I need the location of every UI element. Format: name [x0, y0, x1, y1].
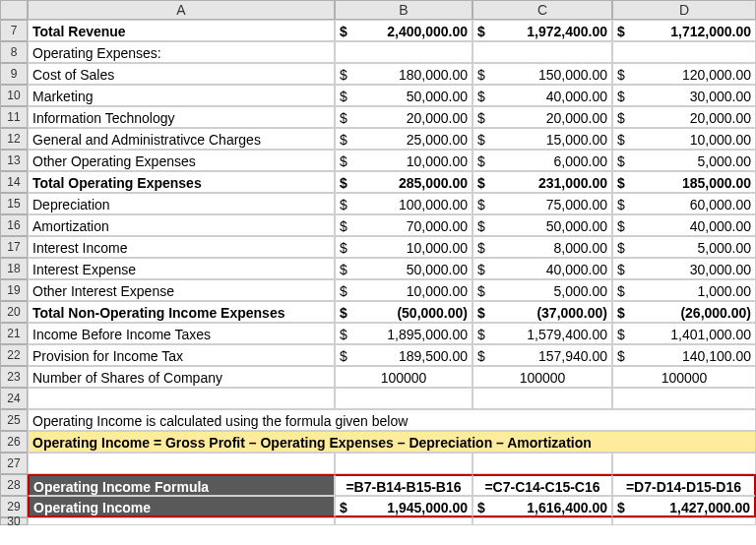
cell-C8[interactable] [472, 41, 612, 63]
cell-blank-24-0[interactable] [28, 388, 335, 409]
cell-A7[interactable]: Total Revenue [28, 20, 335, 41]
cell-A17[interactable]: Interest Income [28, 236, 335, 258]
cell-C19[interactable]: $5,000.00 [472, 279, 612, 301]
cell-C9[interactable]: $150,000.00 [472, 63, 612, 85]
row-header-18[interactable]: 18 [0, 258, 28, 279]
cell-blank-27-1[interactable] [335, 453, 472, 474]
cell-C13[interactable]: $6,000.00 [472, 150, 612, 171]
cell-A13[interactable]: Other Operating Expenses [28, 150, 335, 171]
cell-D8[interactable] [612, 41, 756, 63]
cell-D21[interactable]: $1,401,000.00 [612, 323, 756, 344]
cell-A21[interactable]: Income Before Income Taxes [28, 323, 335, 344]
cell-blank-24-2[interactable] [472, 388, 612, 409]
cell-D13[interactable]: $5,000.00 [612, 150, 756, 171]
cell-D12[interactable]: $10,000.00 [612, 128, 756, 150]
cell-C7[interactable]: $1,972,400.00 [472, 20, 612, 41]
row-header-12[interactable]: 12 [0, 128, 28, 150]
row-header-11[interactable]: 11 [0, 106, 28, 128]
row-header-14[interactable]: 14 [0, 171, 28, 193]
cell-blank-30-3[interactable] [612, 517, 756, 525]
formula-D[interactable]: =D7-D14-D15-D16 [612, 474, 756, 496]
cell-B13[interactable]: $10,000.00 [335, 150, 472, 171]
cell-D19[interactable]: $1,000.00 [612, 279, 756, 301]
formula-C[interactable]: =C7-C14-C15-C16 [472, 474, 612, 496]
select-all-corner[interactable] [0, 0, 28, 20]
cell-blank-30-0[interactable] [28, 517, 335, 525]
cell-D20[interactable]: $(26,000.00) [612, 301, 756, 323]
row-header-27[interactable]: 27 [0, 453, 28, 474]
operating-income-B[interactable]: $1,945,000.00 [335, 496, 472, 517]
cell-B21[interactable]: $1,895,000.00 [335, 323, 472, 344]
cell-A8[interactable]: Operating Expenses: [28, 41, 335, 63]
cell-B23[interactable]: 100000 [335, 366, 472, 388]
cell-blank-24-1[interactable] [335, 388, 472, 409]
row-header-8[interactable]: 8 [0, 41, 28, 63]
row-header-28[interactable]: 28 [0, 474, 28, 496]
col-header-A[interactable]: A [28, 0, 335, 20]
row-header-9[interactable]: 9 [0, 63, 28, 85]
row-header-21[interactable]: 21 [0, 323, 28, 344]
cell-A16[interactable]: Amortization [28, 214, 335, 236]
operating-income-D[interactable]: $1,427,000.00 [612, 496, 756, 517]
row-header-15[interactable]: 15 [0, 193, 28, 214]
row-header-20[interactable]: 20 [0, 301, 28, 323]
cell-B14[interactable]: $285,000.00 [335, 171, 472, 193]
row-header-16[interactable]: 16 [0, 214, 28, 236]
cell-B16[interactable]: $70,000.00 [335, 214, 472, 236]
cell-D14[interactable]: $185,000.00 [612, 171, 756, 193]
cell-C11[interactable]: $20,000.00 [472, 106, 612, 128]
row-header-7[interactable]: 7 [0, 20, 28, 41]
cell-blank-30-2[interactable] [472, 517, 612, 525]
row-header-17[interactable]: 17 [0, 236, 28, 258]
cell-B10[interactable]: $50,000.00 [335, 85, 472, 106]
cell-D16[interactable]: $40,000.00 [612, 214, 756, 236]
row-header-13[interactable]: 13 [0, 150, 28, 171]
row-header-24[interactable]: 24 [0, 388, 28, 409]
cell-A10[interactable]: Marketing [28, 85, 335, 106]
row-header-23[interactable]: 23 [0, 366, 28, 388]
spreadsheet-grid[interactable]: ABCD7Total Revenue$2,400,000.00$1,972,40… [0, 0, 756, 525]
cell-B17[interactable]: $10,000.00 [335, 236, 472, 258]
cell-D17[interactable]: $5,000.00 [612, 236, 756, 258]
col-header-C[interactable]: C [472, 0, 612, 20]
cell-D7[interactable]: $1,712,000.00 [612, 20, 756, 41]
cell-D22[interactable]: $140,100.00 [612, 344, 756, 366]
cell-A22[interactable]: Provision for Income Tax [28, 344, 335, 366]
cell-A11[interactable]: Information Technology [28, 106, 335, 128]
cell-D10[interactable]: $30,000.00 [612, 85, 756, 106]
cell-B15[interactable]: $100,000.00 [335, 193, 472, 214]
cell-C15[interactable]: $75,000.00 [472, 193, 612, 214]
cell-blank-30-1[interactable] [335, 517, 472, 525]
cell-A18[interactable]: Interest Expense [28, 258, 335, 279]
cell-blank-24-3[interactable] [612, 388, 756, 409]
cell-B19[interactable]: $10,000.00 [335, 279, 472, 301]
col-header-D[interactable]: D [612, 0, 756, 20]
formula-B[interactable]: =B7-B14-B15-B16 [335, 474, 472, 496]
cell-D9[interactable]: $120,000.00 [612, 63, 756, 85]
cell-C22[interactable]: $157,940.00 [472, 344, 612, 366]
cell-A12[interactable]: General and Administrativce Charges [28, 128, 335, 150]
row-header-30[interactable]: 30 [0, 517, 28, 525]
cell-D11[interactable]: $20,000.00 [612, 106, 756, 128]
col-header-B[interactable]: B [335, 0, 472, 20]
cell-blank-27-0[interactable] [28, 453, 335, 474]
row-header-22[interactable]: 22 [0, 344, 28, 366]
cell-C18[interactable]: $40,000.00 [472, 258, 612, 279]
row-header-26[interactable]: 26 [0, 431, 28, 453]
cell-A23[interactable]: Number of Shares of Company [28, 366, 335, 388]
cell-B11[interactable]: $20,000.00 [335, 106, 472, 128]
cell-C20[interactable]: $(37,000.00) [472, 301, 612, 323]
cell-A15[interactable]: Depreciation [28, 193, 335, 214]
operating-income-C[interactable]: $1,616,400.00 [472, 496, 612, 517]
cell-B18[interactable]: $50,000.00 [335, 258, 472, 279]
cell-B22[interactable]: $189,500.00 [335, 344, 472, 366]
cell-B12[interactable]: $25,000.00 [335, 128, 472, 150]
cell-D23[interactable]: 100000 [612, 366, 756, 388]
row-header-10[interactable]: 10 [0, 85, 28, 106]
cell-blank-27-2[interactable] [472, 453, 612, 474]
row-header-25[interactable]: 25 [0, 409, 28, 431]
cell-C17[interactable]: $8,000.00 [472, 236, 612, 258]
row-header-19[interactable]: 19 [0, 279, 28, 301]
cell-B7[interactable]: $2,400,000.00 [335, 20, 472, 41]
cell-C14[interactable]: $231,000.00 [472, 171, 612, 193]
